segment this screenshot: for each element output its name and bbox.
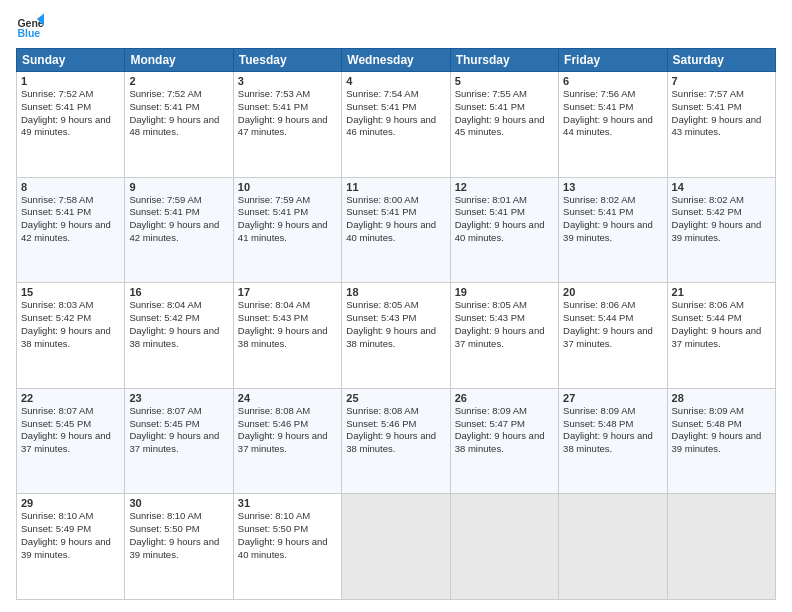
- day-info: Sunrise: 7:54 AM Sunset: 5:41 PM Dayligh…: [346, 88, 445, 139]
- sunset-label: Sunset: 5:50 PM: [238, 523, 308, 534]
- daylight-label: Daylight: 9 hours and 40 minutes.: [346, 219, 436, 243]
- sunrise-label: Sunrise: 8:09 AM: [563, 405, 635, 416]
- daylight-label: Daylight: 9 hours and 48 minutes.: [129, 114, 219, 138]
- daylight-label: Daylight: 9 hours and 38 minutes.: [563, 430, 653, 454]
- sunrise-label: Sunrise: 7:54 AM: [346, 88, 418, 99]
- sunrise-label: Sunrise: 8:00 AM: [346, 194, 418, 205]
- weekday-header: Friday: [559, 49, 667, 72]
- weekday-header: Thursday: [450, 49, 558, 72]
- calendar-cell: 1 Sunrise: 7:52 AM Sunset: 5:41 PM Dayli…: [17, 72, 125, 178]
- day-info: Sunrise: 7:57 AM Sunset: 5:41 PM Dayligh…: [672, 88, 771, 139]
- day-info: Sunrise: 8:09 AM Sunset: 5:48 PM Dayligh…: [672, 405, 771, 456]
- sunrise-label: Sunrise: 8:04 AM: [129, 299, 201, 310]
- calendar-week-row: 8 Sunrise: 7:58 AM Sunset: 5:41 PM Dayli…: [17, 177, 776, 283]
- calendar-cell: [342, 494, 450, 600]
- daylight-label: Daylight: 9 hours and 42 minutes.: [21, 219, 111, 243]
- calendar-cell: 4 Sunrise: 7:54 AM Sunset: 5:41 PM Dayli…: [342, 72, 450, 178]
- calendar-cell: 16 Sunrise: 8:04 AM Sunset: 5:42 PM Dayl…: [125, 283, 233, 389]
- daylight-label: Daylight: 9 hours and 49 minutes.: [21, 114, 111, 138]
- calendar-cell: 15 Sunrise: 8:03 AM Sunset: 5:42 PM Dayl…: [17, 283, 125, 389]
- calendar-cell: 12 Sunrise: 8:01 AM Sunset: 5:41 PM Dayl…: [450, 177, 558, 283]
- sunset-label: Sunset: 5:43 PM: [455, 312, 525, 323]
- calendar-cell: 28 Sunrise: 8:09 AM Sunset: 5:48 PM Dayl…: [667, 388, 775, 494]
- weekday-header: Wednesday: [342, 49, 450, 72]
- daylight-label: Daylight: 9 hours and 39 minutes.: [21, 536, 111, 560]
- day-number: 14: [672, 181, 771, 193]
- calendar-cell: 5 Sunrise: 7:55 AM Sunset: 5:41 PM Dayli…: [450, 72, 558, 178]
- day-info: Sunrise: 8:10 AM Sunset: 5:50 PM Dayligh…: [129, 510, 228, 561]
- day-info: Sunrise: 7:59 AM Sunset: 5:41 PM Dayligh…: [238, 194, 337, 245]
- day-number: 5: [455, 75, 554, 87]
- calendar-cell: 8 Sunrise: 7:58 AM Sunset: 5:41 PM Dayli…: [17, 177, 125, 283]
- daylight-label: Daylight: 9 hours and 41 minutes.: [238, 219, 328, 243]
- weekday-header: Saturday: [667, 49, 775, 72]
- calendar-cell: 29 Sunrise: 8:10 AM Sunset: 5:49 PM Dayl…: [17, 494, 125, 600]
- day-info: Sunrise: 7:52 AM Sunset: 5:41 PM Dayligh…: [129, 88, 228, 139]
- day-info: Sunrise: 7:59 AM Sunset: 5:41 PM Dayligh…: [129, 194, 228, 245]
- day-number: 30: [129, 497, 228, 509]
- day-number: 21: [672, 286, 771, 298]
- calendar-week-row: 29 Sunrise: 8:10 AM Sunset: 5:49 PM Dayl…: [17, 494, 776, 600]
- day-info: Sunrise: 7:58 AM Sunset: 5:41 PM Dayligh…: [21, 194, 120, 245]
- day-number: 23: [129, 392, 228, 404]
- sunrise-label: Sunrise: 8:06 AM: [672, 299, 744, 310]
- calendar-cell: 18 Sunrise: 8:05 AM Sunset: 5:43 PM Dayl…: [342, 283, 450, 389]
- sunrise-label: Sunrise: 8:08 AM: [346, 405, 418, 416]
- day-info: Sunrise: 8:07 AM Sunset: 5:45 PM Dayligh…: [129, 405, 228, 456]
- calendar-body: 1 Sunrise: 7:52 AM Sunset: 5:41 PM Dayli…: [17, 72, 776, 600]
- day-number: 8: [21, 181, 120, 193]
- calendar-cell: 24 Sunrise: 8:08 AM Sunset: 5:46 PM Dayl…: [233, 388, 341, 494]
- daylight-label: Daylight: 9 hours and 37 minutes.: [563, 325, 653, 349]
- calendar-cell: 27 Sunrise: 8:09 AM Sunset: 5:48 PM Dayl…: [559, 388, 667, 494]
- daylight-label: Daylight: 9 hours and 38 minutes.: [346, 430, 436, 454]
- calendar-cell: 3 Sunrise: 7:53 AM Sunset: 5:41 PM Dayli…: [233, 72, 341, 178]
- day-info: Sunrise: 8:07 AM Sunset: 5:45 PM Dayligh…: [21, 405, 120, 456]
- logo: General Blue: [16, 12, 44, 40]
- sunrise-label: Sunrise: 8:09 AM: [672, 405, 744, 416]
- day-number: 2: [129, 75, 228, 87]
- day-info: Sunrise: 8:01 AM Sunset: 5:41 PM Dayligh…: [455, 194, 554, 245]
- sunrise-label: Sunrise: 7:55 AM: [455, 88, 527, 99]
- daylight-label: Daylight: 9 hours and 44 minutes.: [563, 114, 653, 138]
- day-number: 6: [563, 75, 662, 87]
- sunset-label: Sunset: 5:48 PM: [563, 418, 633, 429]
- sunset-label: Sunset: 5:41 PM: [455, 206, 525, 217]
- sunset-label: Sunset: 5:46 PM: [346, 418, 416, 429]
- calendar-cell: 26 Sunrise: 8:09 AM Sunset: 5:47 PM Dayl…: [450, 388, 558, 494]
- day-number: 11: [346, 181, 445, 193]
- daylight-label: Daylight: 9 hours and 40 minutes.: [238, 536, 328, 560]
- sunset-label: Sunset: 5:41 PM: [346, 206, 416, 217]
- sunrise-label: Sunrise: 7:59 AM: [129, 194, 201, 205]
- sunrise-label: Sunrise: 7:59 AM: [238, 194, 310, 205]
- sunset-label: Sunset: 5:44 PM: [672, 312, 742, 323]
- daylight-label: Daylight: 9 hours and 39 minutes.: [672, 430, 762, 454]
- calendar-cell: 23 Sunrise: 8:07 AM Sunset: 5:45 PM Dayl…: [125, 388, 233, 494]
- sunrise-label: Sunrise: 7:58 AM: [21, 194, 93, 205]
- day-number: 16: [129, 286, 228, 298]
- day-info: Sunrise: 7:53 AM Sunset: 5:41 PM Dayligh…: [238, 88, 337, 139]
- svg-text:Blue: Blue: [17, 27, 40, 39]
- sunset-label: Sunset: 5:49 PM: [21, 523, 91, 534]
- sunset-label: Sunset: 5:42 PM: [21, 312, 91, 323]
- day-number: 19: [455, 286, 554, 298]
- day-info: Sunrise: 7:55 AM Sunset: 5:41 PM Dayligh…: [455, 88, 554, 139]
- day-number: 3: [238, 75, 337, 87]
- day-number: 22: [21, 392, 120, 404]
- day-number: 20: [563, 286, 662, 298]
- sunrise-label: Sunrise: 7:57 AM: [672, 88, 744, 99]
- sunset-label: Sunset: 5:44 PM: [563, 312, 633, 323]
- sunrise-label: Sunrise: 8:07 AM: [21, 405, 93, 416]
- sunrise-label: Sunrise: 8:09 AM: [455, 405, 527, 416]
- sunset-label: Sunset: 5:41 PM: [672, 101, 742, 112]
- calendar-cell: 21 Sunrise: 8:06 AM Sunset: 5:44 PM Dayl…: [667, 283, 775, 389]
- day-number: 13: [563, 181, 662, 193]
- day-info: Sunrise: 8:00 AM Sunset: 5:41 PM Dayligh…: [346, 194, 445, 245]
- sunset-label: Sunset: 5:50 PM: [129, 523, 199, 534]
- calendar-cell: 6 Sunrise: 7:56 AM Sunset: 5:41 PM Dayli…: [559, 72, 667, 178]
- sunrise-label: Sunrise: 7:52 AM: [21, 88, 93, 99]
- day-number: 26: [455, 392, 554, 404]
- daylight-label: Daylight: 9 hours and 37 minutes.: [672, 325, 762, 349]
- calendar-cell: 31 Sunrise: 8:10 AM Sunset: 5:50 PM Dayl…: [233, 494, 341, 600]
- day-number: 9: [129, 181, 228, 193]
- sunset-label: Sunset: 5:47 PM: [455, 418, 525, 429]
